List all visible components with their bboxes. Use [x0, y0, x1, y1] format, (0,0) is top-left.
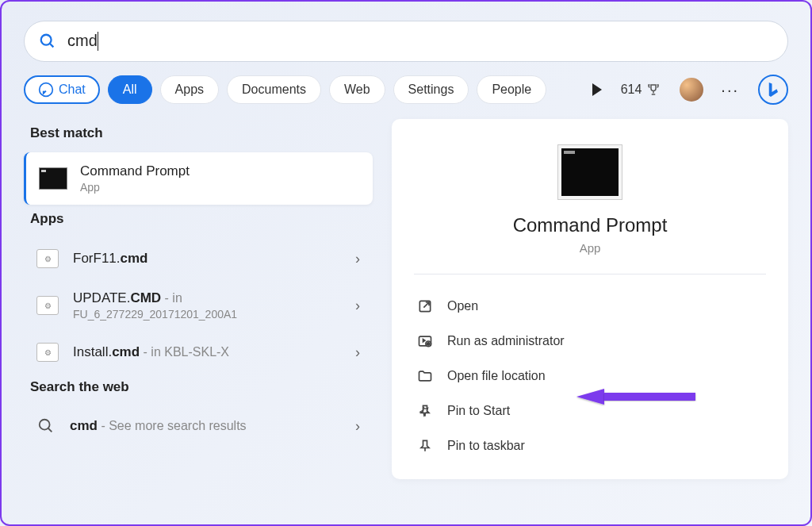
app-result[interactable]: UPDATE.CMD - in FU_6_277229_20171201_200…: [24, 279, 373, 332]
chat-icon: [38, 82, 54, 98]
svg-line-1: [50, 44, 54, 48]
people-filter[interactable]: People: [477, 75, 546, 104]
chevron-right-icon: ›: [355, 344, 360, 361]
user-avatar[interactable]: [680, 78, 703, 102]
cmd-icon: [39, 167, 67, 190]
svg-point-2: [40, 83, 53, 97]
best-match-result[interactable]: Command Prompt App: [24, 152, 373, 205]
web-filter[interactable]: Web: [329, 75, 385, 104]
apps-header: Apps: [30, 211, 373, 227]
app-result[interactable]: ForF11.cmd ›: [24, 238, 373, 279]
open-icon: [417, 298, 433, 314]
chat-label: Chat: [59, 83, 86, 97]
run-as-admin-action[interactable]: Run as administrator: [414, 324, 766, 359]
search-icon: [36, 417, 56, 435]
result-title: Command Prompt: [80, 163, 360, 179]
results-panel: Best match Command Prompt App Apps ForF1…: [24, 119, 373, 479]
pin-icon: [417, 403, 433, 419]
svg-point-3: [40, 420, 50, 430]
chevron-right-icon: ›: [355, 251, 360, 267]
file-icon: [36, 249, 59, 268]
divider: [414, 274, 766, 275]
web-result[interactable]: cmd - See more search results ›: [24, 406, 373, 446]
all-filter[interactable]: All: [108, 75, 152, 104]
chat-filter[interactable]: Chat: [24, 75, 100, 104]
result-sub: App: [80, 181, 360, 194]
best-match-header: Best match: [30, 125, 373, 141]
detail-app-icon: [557, 144, 622, 200]
bing-button[interactable]: [758, 75, 788, 105]
open-action[interactable]: Open: [414, 289, 766, 324]
trophy-icon: [646, 83, 661, 97]
settings-filter[interactable]: Settings: [393, 75, 469, 104]
bing-icon: [766, 81, 780, 98]
admin-icon: [417, 333, 433, 349]
detail-title: Command Prompt: [414, 214, 766, 236]
apps-filter[interactable]: Apps: [160, 75, 219, 104]
pin-to-start-action[interactable]: Pin to Start: [414, 394, 766, 428]
file-icon: [36, 343, 59, 362]
more-icon[interactable]: ···: [721, 81, 739, 99]
file-icon: [36, 296, 59, 315]
detail-sub: App: [414, 241, 766, 255]
detail-panel: Command Prompt App Open Run as administr…: [392, 119, 788, 479]
pin-icon: [417, 438, 433, 454]
svg-point-0: [41, 35, 52, 45]
chevron-right-icon: ›: [355, 298, 360, 314]
svg-line-4: [48, 428, 52, 432]
pin-to-taskbar-action[interactable]: Pin to taskbar: [414, 428, 766, 463]
web-header: Search the web: [30, 379, 373, 395]
folder-icon: [417, 368, 433, 384]
search-icon: [39, 33, 56, 50]
documents-filter[interactable]: Documents: [227, 75, 321, 104]
chevron-right-icon: ›: [355, 418, 360, 435]
search-input[interactable]: cmd: [67, 32, 773, 52]
play-icon[interactable]: [592, 83, 602, 96]
search-bar[interactable]: cmd: [24, 21, 788, 62]
filter-row: Chat All Apps Documents Web Settings Peo…: [2, 75, 810, 119]
rewards-points[interactable]: 614: [621, 83, 661, 97]
app-result[interactable]: Install.cmd - in KBL-SKL-X ›: [24, 332, 373, 373]
open-file-location-action[interactable]: Open file location: [414, 359, 766, 394]
